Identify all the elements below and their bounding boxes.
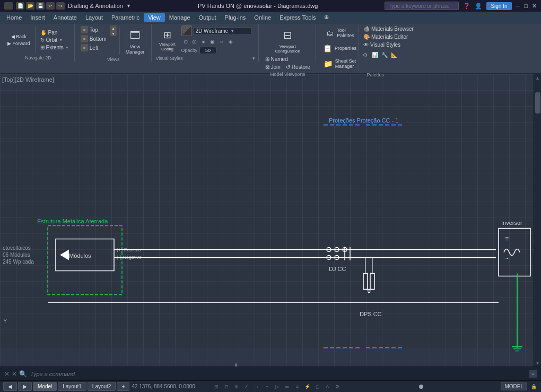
anno-toggle[interactable]: A (323, 382, 331, 391)
document-title: PV Hands ON @ enovasolar - Diagramas.dwg (131, 3, 385, 9)
back-button[interactable]: ◀ Back (9, 33, 29, 40)
menu-parametric[interactable]: Parametric (107, 13, 144, 22)
palette-icon-4[interactable]: 📐 (390, 50, 398, 59)
tab-layout2[interactable]: Layout2 (88, 382, 116, 391)
menu-annotate[interactable]: Annotate (49, 13, 81, 22)
view-left[interactable]: ≡ Left (79, 43, 108, 52)
help-icon[interactable]: ❓ (463, 3, 470, 10)
ortho-toggle[interactable]: ⊕ (232, 382, 241, 391)
cmd-expand-icon[interactable]: ✕ (12, 370, 17, 378)
lock-icon[interactable]: 🔒 (529, 382, 538, 391)
tspace-toggle[interactable]: ≡ (293, 382, 301, 391)
new-icon[interactable]: 📄 (16, 2, 24, 10)
cmd-zoom-icon[interactable]: 🔍 (19, 370, 27, 378)
menu-bar: Home Insert Annotate Layout Parametric V… (0, 12, 541, 23)
qp-toggle[interactable]: ⚡ (303, 382, 311, 391)
views-scroll-up[interactable]: ▲ (110, 25, 117, 31)
views-list: ≡ Top ≡ Bottom ≡ Left (79, 25, 108, 52)
materials-browser-button[interactable]: 🪨 Materials Browser (361, 25, 416, 32)
command-input[interactable] (30, 371, 526, 377)
polar-toggle[interactable]: ∠ (242, 382, 251, 391)
sel-toggle[interactable]: ◻ (313, 382, 321, 391)
tab-prev-icon[interactable]: ◀ (3, 382, 17, 391)
drawing-wrapper[interactable]: [Top][2D Wireframe] Y Proteções Proteção… (0, 74, 541, 367)
menu-home[interactable]: Home (2, 13, 26, 22)
dropdown-arrow-icon[interactable]: ▼ (126, 3, 131, 8)
vs-icon-4[interactable]: ◉ (208, 37, 217, 46)
menu-manage[interactable]: Manage (165, 13, 195, 22)
pan-button[interactable]: ✋ Pan (38, 29, 71, 36)
palette-icon-2[interactable]: 📊 (371, 50, 379, 59)
grid-toggle[interactable]: ⊞ (212, 382, 221, 391)
sheet-set-manager-button[interactable]: 📁 Sheet SetManager (320, 56, 357, 71)
search-input[interactable] (385, 2, 459, 10)
viewport-config-button[interactable]: ⊞ ViewportConfig (156, 28, 179, 53)
extents-dropdown-icon[interactable]: ▼ (65, 46, 69, 49)
named-viewport-button[interactable]: ⊞ Named (263, 56, 290, 63)
visual-styles-expand[interactable]: ▾ (252, 55, 255, 61)
restore-button[interactable]: ↺ Restore (284, 64, 312, 71)
palette-icon-3[interactable]: 🔧 (380, 50, 389, 59)
undo-icon[interactable]: ↩ (46, 2, 55, 10)
menu-output[interactable]: Output (195, 13, 221, 22)
menu-online[interactable]: Online (250, 13, 275, 22)
palette-icon-1[interactable]: ⚙ (361, 50, 370, 59)
cmd-scrollbar[interactable]: ▲ (529, 370, 537, 378)
otrack-toggle[interactable]: + (263, 382, 271, 391)
vs-icon-6[interactable]: ◈ (226, 37, 235, 46)
opacity-input[interactable] (199, 47, 216, 54)
join-button[interactable]: ⊠ Join (263, 64, 283, 71)
view-bottom[interactable]: ≡ Bottom (79, 34, 108, 43)
tab-model[interactable]: Model (33, 382, 57, 391)
orbit-dropdown-icon[interactable]: ▼ (59, 38, 63, 42)
wireframe-dropdown[interactable]: 2D Wireframe ▼ (193, 27, 251, 35)
lineweight-toggle[interactable]: ═ (283, 382, 291, 391)
forward-button[interactable]: ▶ Forward (5, 40, 32, 47)
ws-toggle[interactable]: ⚙ (333, 382, 342, 391)
app-mode-label: Drafting & Annotation (68, 3, 123, 9)
scroll-thumb[interactable] (535, 92, 540, 114)
menu-insert[interactable]: Insert (26, 13, 49, 22)
tab-add[interactable]: + (117, 382, 129, 391)
view-top[interactable]: ≡ Top (79, 25, 108, 34)
vs-icon-1[interactable]: ⊙ (181, 37, 190, 46)
visual-styles-palette-button[interactable]: 👁 Visual Styles (361, 41, 416, 48)
tab-layout1[interactable]: Layout1 (58, 382, 86, 391)
views-scroll-down[interactable]: ▼ (110, 31, 117, 36)
vs-icon-3[interactable]: ● (199, 37, 208, 46)
sign-in-button[interactable]: Sign In (486, 2, 511, 10)
viewport-configuration-button[interactable]: ⊟ ViewportConfiguration (263, 25, 312, 55)
scroll-up-arrow[interactable]: ▲ (534, 74, 542, 82)
pan-icon: ✋ (40, 30, 47, 36)
orbit-button[interactable]: ↻ Orbit ▼ (38, 37, 71, 43)
menu-plug-ins[interactable]: Plug-ins (221, 13, 250, 22)
scroll-down-arrow[interactable]: ▼ (534, 359, 542, 367)
save-icon[interactable]: 💾 (36, 2, 45, 10)
menu-layout[interactable]: Layout (81, 13, 107, 22)
properties-button[interactable]: 📋 Properties (320, 41, 357, 56)
tab-next-icon[interactable]: ▶ (18, 382, 32, 391)
vs-icon-5[interactable]: ○ (217, 37, 226, 46)
scrollbar-right[interactable]: ▲ ▼ (534, 74, 541, 367)
osnap-toggle[interactable]: ○ (252, 382, 261, 391)
open-icon[interactable]: 📂 (26, 2, 34, 10)
status-right: MODEL 🔒 (501, 382, 538, 391)
menu-add[interactable]: ⊕ (320, 13, 333, 22)
tool-palettes-button[interactable]: 🗂 ToolPalettes (320, 25, 357, 40)
cmd-close-icon[interactable]: ✕ (4, 370, 10, 378)
materials-editor-button[interactable]: 🎨 Materials Editor (361, 33, 416, 40)
close-button[interactable]: ✕ (532, 3, 537, 10)
menu-view[interactable]: View (144, 13, 165, 22)
menu-express-tools[interactable]: Express Tools (275, 13, 320, 22)
views-scroll: ▲ ▼ (110, 25, 117, 36)
vs-icon-2[interactable]: ◎ (190, 37, 199, 46)
dynin-toggle[interactable]: ▷ (273, 382, 281, 391)
snap-toggle[interactable]: ⊟ (222, 382, 231, 391)
app-icon (4, 2, 13, 10)
extents-button[interactable]: ⊞ Extents ▼ (38, 44, 71, 51)
view-manager-button[interactable]: 🗖 ViewManager (123, 25, 148, 56)
redo-icon[interactable]: ↪ (56, 2, 65, 10)
user-icon[interactable]: 👤 (475, 3, 482, 10)
minimize-button[interactable]: ─ (516, 3, 520, 9)
maximize-button[interactable]: □ (524, 3, 528, 9)
